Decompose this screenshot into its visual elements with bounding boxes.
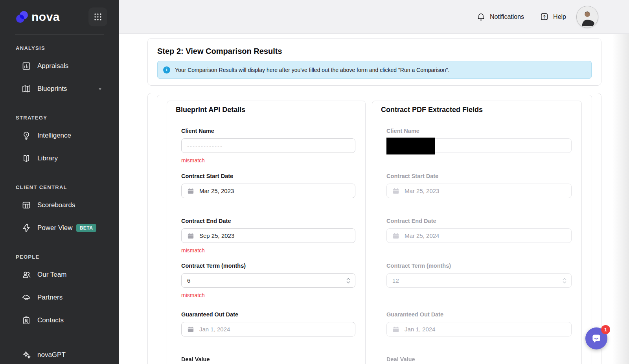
field-row-guaranteed-out-date: Guaranteed Out DateJan 1, 2024 xyxy=(386,311,572,356)
date-input-contract-start-date[interactable]: Mar 25, 2023 xyxy=(181,184,355,198)
sidebar-item-label: Scoreboards xyxy=(37,201,75,209)
user-avatar[interactable] xyxy=(576,6,598,28)
sidebar-section: PEOPLEOur TeamPartnersContacts xyxy=(0,254,119,328)
mismatch-label: mismatch xyxy=(181,157,355,164)
date-input-contract-end-date[interactable]: Sep 25, 2023 xyxy=(181,228,355,243)
sidebar-item-label: Appraisals xyxy=(37,62,68,70)
help-button[interactable]: ? Help xyxy=(540,12,566,21)
field-label: Deal Value xyxy=(181,356,355,363)
sidebar-section-label: ANALYSIS xyxy=(16,45,119,51)
info-icon: i xyxy=(163,66,170,74)
sidebar-item-label: Library xyxy=(37,154,58,162)
sparkles-icon xyxy=(22,350,31,360)
chevron-down-icon[interactable] xyxy=(97,86,103,92)
sidebar-item-power-view[interactable]: Power ViewBETA xyxy=(0,220,119,236)
date-input-contract-end-date: Mar 25, 2024 xyxy=(386,228,572,243)
redaction-overlay xyxy=(386,138,435,154)
blueprint-api-details-panel: Blueprint API Details Client Name-------… xyxy=(167,101,366,364)
chat-bubble-icon xyxy=(591,333,602,344)
app-grid-button[interactable] xyxy=(88,7,107,26)
info-banner-text: Your Comparison Results will display her… xyxy=(175,67,449,73)
number-spinner-icon[interactable] xyxy=(346,277,350,284)
panel-header: Contract PDF Extracted Fields xyxy=(372,101,581,119)
sidebar-section: ANALYSISAppraisalsBlueprints xyxy=(0,45,119,97)
sidebar-item-blueprints[interactable]: Blueprints xyxy=(0,81,119,97)
sidebar-footer: novaGPT xyxy=(0,347,119,363)
input-value: Sep 25, 2023 xyxy=(199,232,234,239)
field-row-contract-start-date: Contract Start DateMar 25, 2023 xyxy=(386,173,572,218)
field-label: Guaranteed Out Date xyxy=(386,311,572,318)
mismatch-label: mismatch xyxy=(181,247,355,254)
beta-badge: BETA xyxy=(76,224,96,232)
nova-logo-icon xyxy=(15,10,29,24)
sidebar-item-library[interactable]: Library xyxy=(0,151,119,166)
main-content: Step 2: View Comparison Results i Your C… xyxy=(119,34,629,364)
field-row-client-name: Client Name-------------mismatch xyxy=(181,128,355,173)
lightbulb-icon xyxy=(22,131,31,140)
sidebar-item-appraisals[interactable]: Appraisals xyxy=(0,58,119,74)
field-label: Contract End Date xyxy=(386,218,572,225)
sidebar-item-label: Blueprints xyxy=(37,85,67,93)
info-banner: i Your Comparison Results will display h… xyxy=(157,61,592,79)
field-label: Client Name xyxy=(386,128,572,135)
right-fields: Client NameContract Start DateMar 25, 20… xyxy=(372,119,581,364)
calendar-icon xyxy=(392,188,399,195)
number-input-contract-term-months[interactable]: 6 xyxy=(181,273,355,288)
field-label: Contract Start Date xyxy=(181,173,355,180)
sidebar-item-label: Intelligence xyxy=(37,132,71,140)
sidebar-item-label: novaGPT xyxy=(37,351,66,359)
sidebar-item-contacts[interactable]: Contacts xyxy=(0,313,119,328)
sidebar-section-label: STRATEGY xyxy=(16,115,119,121)
sidebar-item-label: Contacts xyxy=(37,316,64,324)
sidebar-section-label: CLIENT CENTRAL xyxy=(16,184,119,190)
sidebar-section: CLIENT CENTRALScoreboardsPower ViewBETA xyxy=(0,184,119,236)
input-value: 12 xyxy=(392,277,399,284)
panel-title: Blueprint API Details xyxy=(176,106,245,114)
sidebar-item-partners[interactable]: Partners xyxy=(0,290,119,305)
sidebar-item-label: Partners xyxy=(37,294,63,301)
field-row-deal-value: Deal Value xyxy=(181,356,355,364)
number-input-contract-term-months: 12 xyxy=(386,273,572,288)
bell-icon xyxy=(476,12,486,21)
calendar-icon xyxy=(392,326,399,333)
number-spinner-icon xyxy=(563,277,566,284)
date-input-guaranteed-out-date[interactable]: Jan 1, 2024 xyxy=(181,322,355,336)
sidebar-section-label: PEOPLE xyxy=(16,254,119,260)
calendar-icon xyxy=(187,188,194,195)
grid-dots-icon xyxy=(94,13,102,21)
sidebar-item-our-team[interactable]: Our Team xyxy=(0,267,119,283)
field-row-contract-term-months: Contract Term (months)6mismatch xyxy=(181,263,355,311)
input-value: Mar 25, 2023 xyxy=(199,188,234,194)
question-icon: ? xyxy=(540,12,549,21)
book-icon xyxy=(22,154,31,163)
users-icon xyxy=(22,270,31,279)
handshake-icon xyxy=(22,293,31,302)
notifications-label: Notifications xyxy=(490,13,524,20)
field-label: Contract Term (months) xyxy=(386,263,572,270)
field-row-contract-term-months: Contract Term (months)12 xyxy=(386,263,572,311)
sidebar-item-intelligence[interactable]: Intelligence xyxy=(0,128,119,143)
field-row-contract-end-date: Contract End DateSep 25, 2023mismatch xyxy=(181,218,355,263)
sidebar-item-novagpt[interactable]: novaGPT xyxy=(0,347,119,363)
sidebar-item-scoreboards[interactable]: Scoreboards xyxy=(0,197,119,213)
text-input-client-name xyxy=(386,138,572,153)
field-label: Deal Value xyxy=(386,356,572,363)
field-row-contract-end-date: Contract End DateMar 25, 2024 xyxy=(386,218,572,263)
field-row-client-name: Client Name xyxy=(386,128,572,173)
field-label: Guaranteed Out Date xyxy=(181,311,355,318)
field-label: Contract Term (months) xyxy=(181,263,355,270)
input-value: Jan 1, 2024 xyxy=(405,326,435,333)
field-row-deal-value: Deal Value xyxy=(386,356,572,364)
input-value: Jan 1, 2024 xyxy=(199,326,230,333)
panel-title: Contract PDF Extracted Fields xyxy=(381,106,483,114)
input-value: ------------- xyxy=(187,142,223,149)
date-input-contract-start-date: Mar 25, 2023 xyxy=(386,184,572,198)
notifications-button[interactable]: Notifications xyxy=(476,12,524,21)
chat-launcher-button[interactable]: 1 xyxy=(585,327,607,349)
text-input-client-name[interactable]: ------------- xyxy=(181,138,355,153)
map-icon xyxy=(22,84,31,94)
top-header: Notifications ? Help xyxy=(119,0,629,34)
sidebar-divider xyxy=(15,34,104,35)
calendar-icon xyxy=(392,232,399,239)
date-input-guaranteed-out-date: Jan 1, 2024 xyxy=(386,322,572,336)
